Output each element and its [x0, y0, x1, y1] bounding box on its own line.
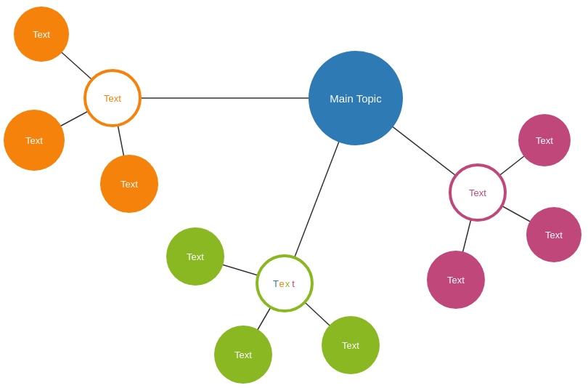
svg-text:Text: Text	[33, 29, 50, 40]
svg-text:Text: Text	[234, 349, 252, 360]
svg-text:Main Topic: Main Topic	[330, 92, 382, 105]
svg-text:Text: Text	[545, 230, 563, 241]
svg-text:Text: Text	[187, 251, 204, 262]
svg-text:Text: Text	[447, 275, 465, 286]
svg-text:Text: Text	[273, 278, 295, 289]
svg-text:Text: Text	[469, 187, 486, 198]
svg-text:Text: Text	[121, 179, 138, 190]
svg-text:Text: Text	[104, 93, 121, 104]
mind-map-canvas: Main TopicTextTextTextTextTextTextTextTe…	[0, 0, 588, 388]
svg-text:Text: Text	[536, 135, 553, 146]
svg-text:Text: Text	[25, 135, 43, 146]
svg-text:Text: Text	[342, 340, 359, 351]
